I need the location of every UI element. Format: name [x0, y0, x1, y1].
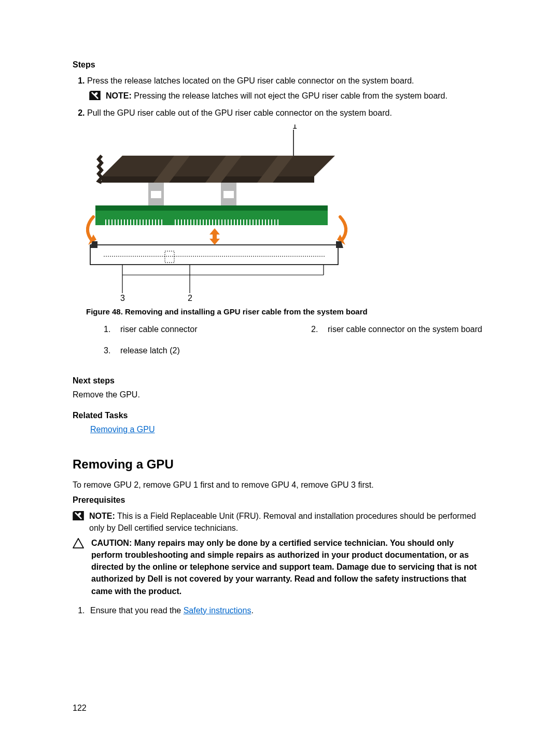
- svg-rect-70: [90, 245, 338, 265]
- note-body: Pressing the release latches will not ej…: [134, 91, 447, 100]
- svg-rect-65: [102, 225, 282, 228]
- legend-num: 1.: [104, 323, 111, 335]
- prereq-item-1: Ensure that you read the Safety instruct…: [87, 604, 487, 616]
- svg-marker-86: [73, 539, 83, 548]
- steps-heading: Steps: [73, 60, 487, 70]
- note-icon: [73, 511, 84, 520]
- caution-block: CAUTION: Many repairs may only be done b…: [73, 537, 487, 597]
- callout-1: 1: [292, 125, 297, 130]
- figure-48-svg: 1: [86, 125, 356, 301]
- legend-num: 3.: [104, 345, 111, 356]
- figure-caption: Figure 48. Removing and installing a GPU…: [86, 307, 487, 316]
- prerequisites-heading: Prerequisites: [73, 495, 487, 505]
- fru-note-text: This is a Field Replaceable Unit (FRU). …: [89, 512, 476, 532]
- step-1-note: NOTE: Pressing the release latches will …: [89, 90, 487, 102]
- legend-item-2: 2. riser cable connector on the system b…: [311, 323, 487, 335]
- arrow-right-push-icon: [337, 217, 346, 245]
- caution-icon: [73, 538, 84, 548]
- prereq-suffix: .: [251, 606, 253, 615]
- step-1: Press the release latches located on the…: [87, 75, 487, 102]
- figure-48: 1: [86, 125, 487, 301]
- step-1-text: Press the release latches located on the…: [87, 76, 414, 85]
- callout-3: 3: [120, 294, 125, 301]
- legend-text: release latch (2): [120, 345, 180, 356]
- caution-label: CAUTION:: [91, 539, 132, 547]
- prereq-list: Ensure that you read the Safety instruct…: [73, 604, 487, 616]
- note-label: NOTE:: [89, 512, 115, 520]
- related-tasks-link[interactable]: Removing a GPU: [90, 425, 155, 434]
- fru-note: NOTE: This is a Field Replaceable Unit (…: [73, 510, 487, 534]
- svg-rect-67: [151, 191, 161, 198]
- arrow-left-push-icon: [88, 217, 96, 245]
- document-page: Steps Press the release latches located …: [0, 0, 560, 744]
- safety-instructions-link[interactable]: Safety instructions: [184, 606, 251, 615]
- arrow-up-down-icon: [209, 228, 220, 245]
- next-steps-heading: Next steps: [73, 376, 487, 385]
- fru-note-text-wrap: NOTE: This is a Field Replaceable Unit (…: [89, 510, 487, 534]
- related-tasks-heading: Related Tasks: [73, 411, 487, 420]
- figure-legend: 1. riser cable connector 3. release latc…: [104, 323, 487, 366]
- legend-item-3: 3. release latch (2): [104, 345, 280, 356]
- svg-rect-69: [223, 191, 234, 198]
- step-1-note-text: NOTE: Pressing the release latches will …: [106, 90, 447, 102]
- note-label: NOTE:: [106, 91, 132, 100]
- svg-rect-11: [95, 205, 328, 211]
- legend-num: 2.: [311, 323, 318, 335]
- svg-marker-77: [209, 239, 220, 245]
- steps-list: Press the release latches located on the…: [73, 75, 487, 119]
- legend-text: riser cable connector on the system boar…: [328, 323, 482, 335]
- page-number: 122: [73, 704, 87, 713]
- prereq-prefix: Ensure that you read the: [90, 606, 184, 615]
- callout-2: 2: [188, 294, 192, 301]
- note-icon: [89, 91, 101, 100]
- caution-text-wrap: CAUTION: Many repairs may only be done b…: [91, 537, 487, 597]
- svg-marker-76: [209, 228, 220, 235]
- step-2: Pull the GPU riser cable out of the GPU …: [87, 107, 487, 119]
- removing-gpu-heading: Removing a GPU: [73, 457, 487, 472]
- legend-item-1: 1. riser cable connector: [104, 323, 280, 335]
- caution-text: Many repairs may only be done by a certi…: [91, 539, 477, 596]
- next-steps-text: Remove the GPU.: [73, 389, 487, 401]
- legend-text: riser cable connector: [120, 323, 198, 335]
- removing-gpu-intro: To remove GPU 2, remove GPU 1 first and …: [73, 479, 487, 491]
- step-2-text: Pull the GPU riser cable out of the GPU …: [87, 108, 392, 117]
